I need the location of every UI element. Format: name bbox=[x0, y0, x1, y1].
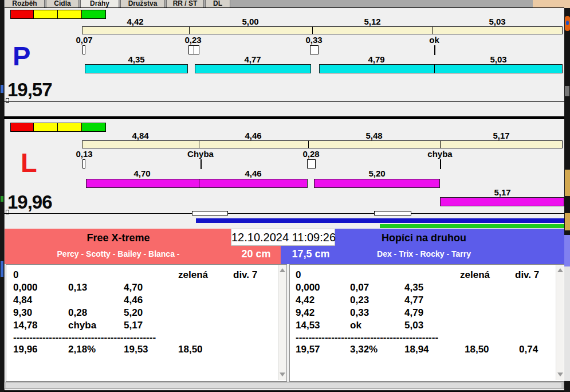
result-cell: 0,000 bbox=[296, 282, 320, 293]
scroll-up-icon[interactable] bbox=[557, 268, 563, 272]
lane-p-letter: P bbox=[13, 44, 30, 69]
crossing-error-tick bbox=[201, 159, 202, 169]
scrollbar[interactable] bbox=[278, 265, 286, 380]
split-time-label: 5,03 bbox=[469, 17, 526, 26]
result-cell: 0 bbox=[296, 269, 301, 281]
tab-rr-st[interactable]: RR / ST bbox=[166, 0, 204, 7]
result-cell: 0,13 bbox=[68, 282, 87, 293]
panel-divider-line bbox=[4, 213, 564, 214]
split-bar-measured bbox=[82, 26, 563, 34]
tab-label: Čidla bbox=[54, 0, 70, 7]
dog-run-bar bbox=[314, 179, 440, 188]
team-right-jump-height: 17,5 cm bbox=[284, 248, 338, 260]
split-divider bbox=[308, 140, 309, 148]
signal-light-red bbox=[10, 123, 34, 132]
total-cell: 18,50 bbox=[178, 344, 203, 355]
division-label: div. 7 bbox=[515, 269, 539, 281]
result-cell: 4,79 bbox=[404, 307, 423, 319]
tab-label: Dráhy bbox=[90, 0, 109, 7]
panel-divider-line bbox=[4, 101, 564, 102]
lane-l-letter: L bbox=[21, 150, 37, 175]
split-divider bbox=[440, 140, 441, 148]
result-cell: 0,07 bbox=[350, 282, 369, 293]
result-cell: 4,84 bbox=[13, 295, 32, 306]
background-icon-fragment bbox=[565, 213, 570, 230]
signal-light-green bbox=[81, 10, 106, 19]
crossing-label: Chyba bbox=[178, 150, 223, 158]
datetime-box: 12.10.2024 11:09:26 bbox=[231, 229, 335, 246]
result-cell: 0,000 bbox=[13, 282, 38, 293]
split-divider bbox=[199, 140, 199, 148]
dog-run-bar bbox=[195, 64, 311, 73]
scroll-down-icon[interactable] bbox=[557, 373, 563, 377]
split-divider bbox=[189, 26, 190, 34]
split-time-label: 5,00 bbox=[222, 17, 279, 26]
result-cell: 14,53 bbox=[296, 320, 320, 331]
background-right-strip bbox=[564, 0, 570, 392]
team-left-jump-height: 20 cm bbox=[232, 248, 280, 260]
team-right-results-table[interactable]: 0 zelená div. 7 0,000 0,07 4,35 4,42 0,2… bbox=[289, 264, 565, 382]
split-time-label: 5,17 bbox=[474, 188, 531, 197]
division-label: div. 7 bbox=[233, 269, 257, 281]
tab-cidla[interactable]: Čidla bbox=[46, 0, 79, 7]
result-cell: 0,33 bbox=[350, 307, 369, 319]
scroll-down-icon[interactable] bbox=[280, 373, 285, 377]
crossing-label: 0,13 bbox=[61, 150, 107, 158]
tab-druzstva[interactable]: Družstva bbox=[120, 0, 165, 7]
result-cell: 4,77 bbox=[404, 295, 423, 306]
lane-p-total-time: 19,57 bbox=[7, 80, 52, 100]
crossing-gap-box bbox=[82, 45, 85, 54]
crossing-label: 0,28 bbox=[288, 150, 334, 158]
totals-separator: ----------------------------------------… bbox=[13, 334, 169, 342]
result-cell: 9,42 bbox=[296, 307, 315, 319]
total-cell: 0,74 bbox=[519, 344, 538, 355]
light-status: zelená bbox=[178, 269, 208, 281]
dog-run-bar-late bbox=[440, 197, 564, 206]
crossing-ok-tick bbox=[434, 45, 435, 55]
progress-bar-green bbox=[380, 224, 564, 228]
timing-app-window: Rozběh Čidla Dráhy Družstva RR / ST DL P… bbox=[0, 0, 570, 392]
result-cell: 0 bbox=[13, 269, 18, 281]
scroll-up-icon[interactable] bbox=[280, 268, 285, 272]
tab-drahy[interactable]: Dráhy bbox=[80, 0, 119, 7]
team-left-results-table[interactable]: 0 zelená div. 7 0,000 0,13 4,70 4,84 4,4… bbox=[6, 264, 287, 382]
background-icon-fragment bbox=[565, 170, 570, 196]
lane-l-total-time: 19,96 bbox=[7, 193, 52, 212]
result-cell: 4,42 bbox=[296, 295, 315, 306]
horizontal-scrollbar-thumb[interactable] bbox=[6, 383, 561, 388]
background-icon-fragment bbox=[1, 196, 3, 202]
crossing-label: ok bbox=[411, 36, 457, 44]
split-time-label: 4,79 bbox=[348, 55, 405, 64]
split-time-label: 5,17 bbox=[473, 131, 530, 140]
signal-light-red bbox=[10, 10, 34, 19]
crossing-label: 0,33 bbox=[291, 36, 337, 44]
tab-bar: Rozběh Čidla Dráhy Družstva RR / ST DL bbox=[0, 0, 570, 7]
crossing-error-tick bbox=[440, 159, 441, 169]
result-cell: 0,28 bbox=[68, 307, 87, 319]
split-time-label: 5,48 bbox=[345, 131, 403, 140]
split-divider bbox=[433, 26, 433, 34]
split-bar-measured bbox=[82, 140, 563, 148]
total-cell: 2,18% bbox=[68, 344, 96, 355]
lane-divider-bar bbox=[4, 116, 564, 119]
crossing-label: chyba bbox=[417, 150, 463, 158]
split-time-label: 5,03 bbox=[470, 55, 527, 64]
background-icon-fragment bbox=[1, 85, 3, 93]
scrollbar[interactable] bbox=[556, 265, 564, 380]
progress-outline-box bbox=[374, 211, 411, 215]
dog-run-bar bbox=[86, 179, 308, 188]
background-icon-fragment bbox=[565, 86, 569, 96]
horizontal-scrollbar[interactable] bbox=[4, 382, 564, 389]
split-time-label: 4,70 bbox=[113, 169, 171, 178]
split-time-label: 4,42 bbox=[107, 17, 164, 26]
result-cell: 0,23 bbox=[350, 295, 369, 306]
split-time-label: 4,46 bbox=[225, 169, 282, 178]
split-divider bbox=[312, 26, 313, 34]
progress-outline-box bbox=[192, 211, 228, 215]
tab-rozbeh[interactable]: Rozběh bbox=[5, 0, 45, 7]
tab-dl[interactable]: DL bbox=[205, 0, 230, 7]
result-cell: chyba bbox=[68, 320, 96, 331]
result-cell: ok bbox=[350, 320, 361, 331]
total-cell: 19,57 bbox=[296, 344, 320, 355]
total-cell: 19,53 bbox=[124, 344, 148, 355]
